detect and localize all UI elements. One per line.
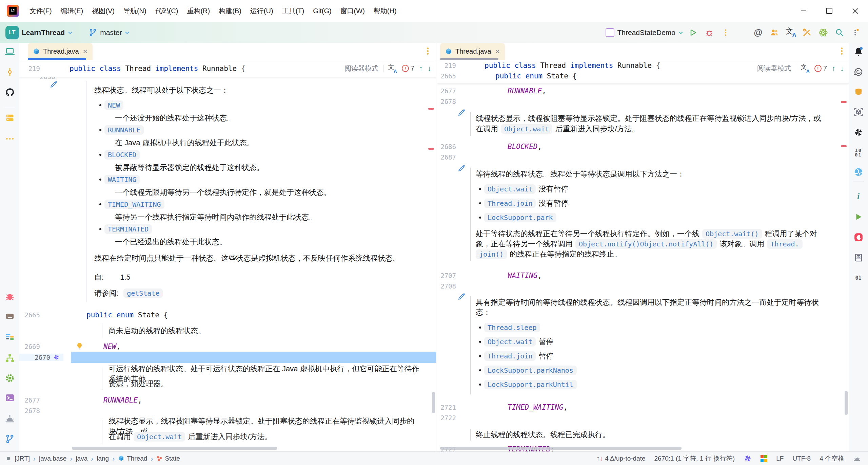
- tab-close-icon[interactable]: ✕: [495, 48, 500, 55]
- vertical-scrollbar-thumb[interactable]: [432, 392, 435, 413]
- search-everywhere-button[interactable]: [833, 26, 846, 39]
- prev-error-arrow-icon[interactable]: ↑: [419, 64, 423, 73]
- edit-pencil-icon[interactable]: [457, 164, 466, 173]
- horizontal-scrollbar-thumb[interactable]: [440, 447, 682, 450]
- microsoft-icon[interactable]: [761, 455, 767, 462]
- doc-code-link[interactable]: LockSupport.park: [484, 213, 556, 222]
- breadcrumb-java[interactable]: java: [76, 455, 87, 462]
- menu-window[interactable]: 窗口(W): [336, 4, 369, 18]
- error-widget[interactable]: !7: [814, 64, 827, 72]
- caret-position-widget[interactable]: 2670:1 (1 字符, 1 行 换行符): [654, 454, 735, 463]
- branch-widget[interactable]: master: [88, 28, 130, 37]
- tab-close-icon[interactable]: ✕: [83, 48, 88, 55]
- tab-thread-java[interactable]: Thread.java ✕: [440, 43, 505, 60]
- todo-icon[interactable]: [0, 330, 19, 343]
- menu-view[interactable]: 视图(V): [87, 4, 119, 18]
- menu-help[interactable]: 帮助(H): [369, 4, 401, 18]
- minimize-button[interactable]: [791, 0, 816, 22]
- doc-code-link[interactable]: Object.wait: [484, 184, 536, 194]
- next-error-arrow-icon[interactable]: ↓: [840, 64, 844, 73]
- state-link[interactable]: WAITING: [104, 175, 140, 184]
- atom-button[interactable]: [816, 26, 830, 39]
- state-link[interactable]: RUNNABLE: [104, 125, 144, 135]
- menu-edit[interactable]: 编辑(E): [56, 4, 88, 18]
- services-icon[interactable]: [0, 111, 19, 125]
- menu-navigate[interactable]: 导航(N): [119, 4, 151, 18]
- reader-mode-toggle[interactable]: 阅读器模式: [344, 64, 378, 73]
- doc-code-link[interactable]: Object.notify()Object.notifyAll(): [575, 239, 717, 249]
- project-widget[interactable]: LT LearnThread: [5, 26, 73, 39]
- translate-button[interactable]: 文 A: [784, 26, 797, 39]
- code-with-me-icon[interactable]: [849, 230, 868, 244]
- vertical-scrollbar-thumb[interactable]: [845, 391, 848, 415]
- menu-code[interactable]: 代码(C): [151, 4, 183, 18]
- menu-build[interactable]: 构建(B): [214, 4, 246, 18]
- run-button[interactable]: [686, 26, 700, 39]
- notifications-bell-icon[interactable]: [849, 45, 868, 58]
- code-line-2670-selected[interactable]: 2670: [19, 352, 436, 363]
- tab-thread-java[interactable]: Thread.java ✕: [28, 43, 93, 60]
- state-link[interactable]: BLOCKED: [104, 150, 140, 160]
- menu-git[interactable]: Git(G): [309, 4, 336, 18]
- laptop-icon[interactable]: [0, 45, 19, 58]
- info-icon[interactable]: i: [849, 190, 868, 203]
- state-link[interactable]: TERMINATED: [104, 224, 152, 234]
- breadcrumb-jrt[interactable]: [JRT]: [15, 455, 30, 462]
- menu-tools[interactable]: 工具(T): [278, 4, 309, 18]
- tab-options-kebab-icon[interactable]: [427, 48, 429, 55]
- binary-view-icon[interactable]: 1001: [849, 146, 868, 160]
- doc-code-link[interactable]: Object.wait: [134, 432, 185, 442]
- menu-run[interactable]: 运行(U): [246, 4, 278, 18]
- dependencies-cube-icon[interactable]: [849, 105, 868, 119]
- translation-marker-icon[interactable]: [53, 354, 60, 361]
- globe-icon[interactable]: [849, 165, 868, 179]
- hierarchy-icon[interactable]: [0, 351, 19, 365]
- maximize-button[interactable]: [816, 0, 842, 22]
- doc-code-link[interactable]: join(): [476, 249, 507, 259]
- close-button[interactable]: [842, 0, 868, 22]
- error-widget[interactable]: !7: [402, 64, 414, 72]
- state-link[interactable]: TIMED_WAITING: [104, 200, 164, 209]
- see-also-link[interactable]: getState: [123, 289, 163, 298]
- ai-chat-icon[interactable]: [849, 65, 868, 79]
- git-branch-tool-icon[interactable]: [0, 432, 19, 446]
- doc-code-link[interactable]: Thread.join: [484, 199, 536, 208]
- reader-mode-toggle[interactable]: 阅读器模式: [757, 64, 791, 73]
- doc-code-link[interactable]: Object.wait(): [702, 229, 762, 239]
- debug-tool-icon[interactable]: [0, 290, 19, 303]
- commit-icon[interactable]: [0, 65, 19, 79]
- notifications-alarm-icon[interactable]: [853, 454, 861, 463]
- menu-file[interactable]: 文件(F): [25, 4, 56, 18]
- error-stripe-mark[interactable]: [841, 101, 847, 103]
- doc-code-link[interactable]: LockSupport.parkNanos: [484, 366, 577, 375]
- state-link[interactable]: NEW: [104, 100, 123, 110]
- error-stripe-mark[interactable]: [428, 108, 434, 110]
- tab-options-kebab-icon[interactable]: [841, 48, 843, 55]
- edit-pencil-icon[interactable]: [49, 80, 58, 89]
- encoding-widget[interactable]: UTF-8: [792, 455, 811, 462]
- doc-code-link[interactable]: Object.wait: [484, 337, 536, 347]
- build-bell-icon[interactable]: [0, 412, 19, 426]
- run-more-menu[interactable]: [719, 26, 732, 39]
- debug-button[interactable]: [703, 26, 716, 39]
- doc-code-link[interactable]: Object.wait: [501, 124, 552, 134]
- doc-code-link[interactable]: LockSupport.parkUntil: [484, 380, 577, 389]
- error-stripe-mark[interactable]: [428, 148, 434, 150]
- doc-code-link[interactable]: Thread.sleep: [484, 323, 540, 332]
- settings-gear-icon[interactable]: [0, 371, 19, 385]
- settings-menu-button[interactable]: [849, 26, 863, 39]
- doc-code-link[interactable]: Thread.: [767, 239, 802, 249]
- vcs-status-widget[interactable]: ↑↓ 4 Δ/up-to-date: [596, 455, 645, 462]
- doc-code-link[interactable]: Thread.join: [484, 351, 536, 361]
- translate-file-button[interactable]: 文 A: [801, 64, 810, 73]
- intention-bulb-icon[interactable]: [75, 342, 84, 351]
- database-icon[interactable]: [849, 86, 868, 99]
- pinwheel-icon[interactable]: [849, 126, 868, 139]
- run-anything-icon[interactable]: [849, 210, 868, 224]
- terminal-box-icon[interactable]: [0, 310, 19, 323]
- breadcrumb-state[interactable]: State: [165, 455, 180, 462]
- run-config-selector[interactable]: ThreadStateDemo: [606, 28, 684, 37]
- binary-partial-icon[interactable]: 01: [849, 271, 868, 285]
- translate-file-button[interactable]: 文 A: [388, 64, 397, 73]
- menu-refactor[interactable]: 重构(R): [182, 4, 214, 18]
